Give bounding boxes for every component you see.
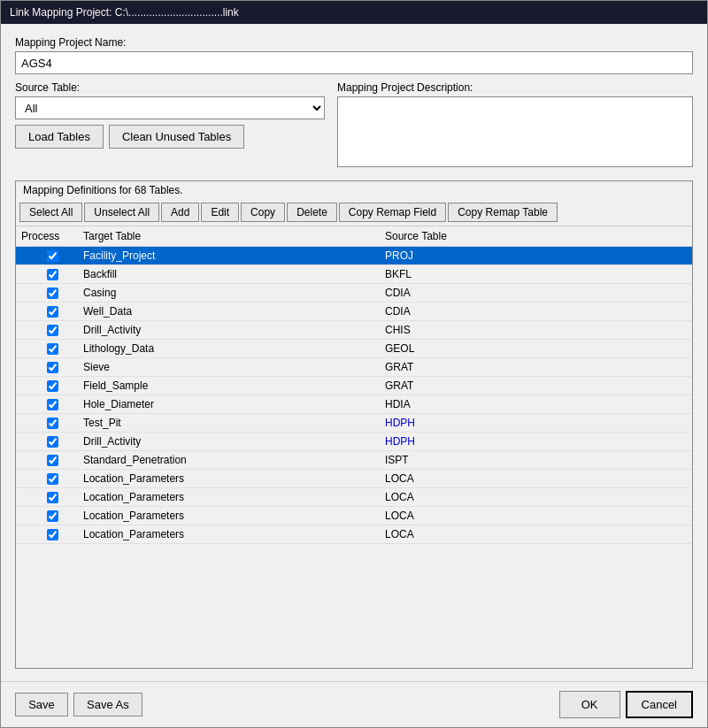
process-checkbox[interactable] [47, 306, 58, 318]
target-table-cell: Hole_Diameter [83, 398, 385, 410]
table-row[interactable]: Field_SampleGRAT [16, 377, 692, 395]
copy-remap-table-button[interactable]: Copy Remap Table [448, 203, 558, 222]
process-checkbox[interactable] [47, 362, 58, 373]
process-checkbox[interactable] [47, 380, 58, 392]
source-table-cell: GEOL [385, 342, 687, 355]
table-container: Process Target Table Source Table Facili… [16, 226, 692, 668]
process-checkbox[interactable] [47, 269, 58, 280]
save-button[interactable]: Save [15, 693, 68, 717]
title-bar: Link Mapping Project: C:\...............… [1, 1, 707, 24]
target-table-cell: Location_Parameters [83, 510, 385, 522]
table-row[interactable]: Hole_DiameterHDIA [16, 395, 692, 414]
col-target-table: Target Table [83, 230, 385, 242]
delete-button[interactable]: Delete [287, 203, 337, 222]
clean-unused-tables-button[interactable]: Clean Unused Tables [109, 125, 244, 149]
process-checkbox-cell [21, 510, 83, 522]
select-all-button[interactable]: Select All [19, 203, 82, 222]
target-table-cell: Casing [83, 287, 385, 299]
table-row[interactable]: Location_ParametersLOCA [16, 470, 692, 488]
footer: Save Save As OK Cancel [1, 681, 707, 727]
target-table-cell: Sieve [83, 361, 385, 373]
table-row[interactable]: BackfillBKFL [16, 265, 692, 284]
source-table-cell: PROJ [385, 249, 687, 262]
copy-button[interactable]: Copy [241, 203, 285, 222]
target-table-cell: Drill_Activity [83, 435, 385, 448]
process-checkbox-cell [21, 418, 83, 429]
add-button[interactable]: Add [161, 203, 199, 222]
process-checkbox[interactable] [47, 510, 58, 522]
table-row[interactable]: Drill_ActivityCHIS [16, 321, 692, 340]
process-checkbox[interactable] [47, 436, 58, 448]
mapping-project-name-input[interactable] [15, 51, 693, 74]
process-checkbox-cell [21, 325, 83, 336]
mapping-legend: Mapping Definitions for 68 Tables. [16, 181, 692, 199]
source-table-cell: LOCA [385, 491, 687, 503]
process-checkbox[interactable] [47, 529, 58, 540]
process-checkbox[interactable] [47, 325, 58, 336]
target-table-cell: Lithology_Data [83, 342, 385, 355]
source-table-cell: HDIA [385, 398, 687, 410]
description-label: Mapping Project Description: [337, 81, 693, 94]
source-table-cell: CDIA [385, 305, 687, 318]
process-checkbox-cell [21, 269, 83, 280]
source-table-cell: CDIA [385, 287, 687, 299]
table-row[interactable]: Test_PitHDPH [16, 414, 692, 433]
source-table-cell: GRAT [385, 361, 687, 373]
process-checkbox-cell [21, 473, 83, 485]
load-tables-button[interactable]: Load Tables [15, 125, 104, 149]
process-checkbox-cell [21, 250, 83, 262]
table-row[interactable]: Drill_ActivityHDPH [16, 433, 692, 451]
table-row[interactable]: Location_ParametersLOCA [16, 488, 692, 507]
source-table-section: Source Table: All Load Tables Clean Unus… [15, 81, 325, 170]
source-table-cell: ISPT [385, 454, 687, 466]
mapping-definitions-group: Mapping Definitions for 68 Tables. Selec… [15, 180, 693, 669]
source-table-cell: BKFL [385, 268, 687, 280]
target-table-cell: Standard_Penetration [83, 454, 385, 466]
process-checkbox-cell [21, 343, 83, 355]
process-checkbox[interactable] [47, 418, 58, 429]
process-checkbox[interactable] [47, 343, 58, 355]
process-checkbox[interactable] [47, 473, 58, 485]
table-row[interactable]: Well_DataCDIA [16, 303, 692, 321]
table-row[interactable]: Location_ParametersLOCA [16, 507, 692, 525]
process-checkbox-cell [21, 492, 83, 503]
source-table-cell: GRAT [385, 379, 687, 392]
target-table-cell: Facility_Project [83, 249, 385, 262]
table-row[interactable]: Facility_ProjectPROJ [16, 247, 692, 265]
target-table-cell: Location_Parameters [83, 491, 385, 503]
col-process: Process [21, 230, 83, 242]
ok-button[interactable]: OK [559, 691, 620, 718]
table-row[interactable]: Location_ParametersLOCA [16, 525, 692, 544]
edit-button[interactable]: Edit [201, 203, 239, 222]
table-header: Process Target Table Source Table [16, 226, 692, 247]
window-title: Link Mapping Project: C:\...............… [10, 6, 239, 19]
footer-left-buttons: Save Save As [15, 693, 142, 717]
description-textarea[interactable] [337, 96, 693, 167]
main-window: Link Mapping Project: C:\...............… [0, 0, 708, 728]
table-row[interactable]: CasingCDIA [16, 284, 692, 303]
col-source-table: Source Table [385, 230, 687, 242]
process-checkbox[interactable] [47, 250, 58, 262]
process-checkbox[interactable] [47, 492, 58, 503]
target-table-cell: Test_Pit [83, 417, 385, 429]
content-area: Mapping Project Name: Source Table: All … [1, 24, 707, 681]
unselect-all-button[interactable]: Unselect All [84, 203, 159, 222]
process-checkbox-cell [21, 287, 83, 299]
process-checkbox[interactable] [47, 455, 58, 466]
table-row[interactable]: Lithology_DataGEOL [16, 340, 692, 358]
copy-remap-field-button[interactable]: Copy Remap Field [339, 203, 446, 222]
mapping-project-name-section: Mapping Project Name: [15, 36, 693, 74]
process-checkbox[interactable] [47, 399, 58, 410]
source-table-select[interactable]: All [15, 96, 325, 119]
table-row[interactable]: SieveGRAT [16, 358, 692, 377]
process-checkbox-cell [21, 306, 83, 318]
process-checkbox[interactable] [47, 287, 58, 299]
cancel-button[interactable]: Cancel [626, 691, 693, 718]
table-row[interactable]: Standard_PenetrationISPT [16, 451, 692, 470]
target-table-cell: Location_Parameters [83, 528, 385, 540]
source-table-cell: LOCA [385, 528, 687, 540]
target-table-cell: Location_Parameters [83, 472, 385, 485]
save-as-button[interactable]: Save As [73, 693, 142, 717]
mapping-project-name-label: Mapping Project Name: [15, 36, 693, 49]
process-checkbox-cell [21, 455, 83, 466]
